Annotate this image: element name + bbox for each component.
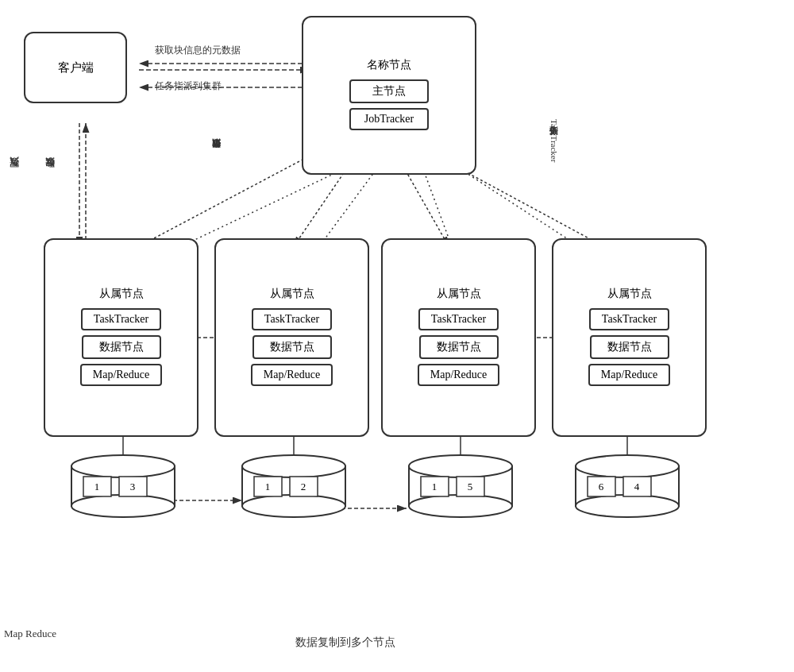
svg-text:1: 1 (432, 481, 437, 492)
slave4-title: 从属节点 (607, 287, 652, 301)
slave2-mapreduce: Map/Reduce (251, 364, 333, 386)
svg-text:2: 2 (301, 481, 306, 492)
svg-text:3: 3 (130, 481, 136, 492)
diagram: 客户端 名称节点 主节点 JobTracker 获取块信息的元数据 任务指派到集… (0, 0, 794, 672)
cylinder3: 1 5 (405, 454, 516, 518)
slave4-mapreduce: Map/Reduce (588, 364, 671, 386)
slave4-tasktracker: TaskTracker (589, 308, 669, 330)
slave3-mapreduce: Map/Reduce (418, 364, 500, 386)
svg-text:4: 4 (634, 481, 640, 492)
slave3-tasktracker: TaskTracker (418, 308, 499, 330)
slave3-datanode: 数据节点 (419, 335, 499, 359)
assign-cluster-label: 任务指派到集群 (155, 79, 222, 93)
slave2-title: 从属节点 (270, 287, 314, 301)
svg-point-33 (242, 495, 345, 517)
mapreduce-bottom-label: Map Reduce (4, 628, 56, 640)
slave1-datanode: 数据节点 (82, 335, 161, 359)
replicate-label: 数据复制到多个节点 (246, 635, 445, 650)
get-meta-label: 获取块信息的元数据 (155, 44, 241, 57)
svg-point-47 (576, 495, 679, 517)
client-box: 客户端 (24, 32, 127, 103)
cylinder4: 6 4 (572, 454, 683, 518)
cylinder1: 1 3 (67, 454, 179, 518)
slave4-box: 从属节点 TaskTracker 数据节点 Map/Reduce (552, 238, 707, 437)
slave4-datanode: 数据节点 (590, 335, 669, 359)
svg-point-40 (409, 495, 512, 517)
svg-text:6: 6 (599, 481, 604, 492)
namenode-title: 名称节点 (367, 58, 411, 72)
slave3-title: 从属节点 (437, 287, 481, 301)
svg-point-46 (576, 455, 679, 477)
slave3-box: 从属节点 TaskTracker 数据节点 Map/Reduce (381, 238, 536, 437)
slave1-box: 从属节点 TaskTracker 数据节点 Map/Reduce (44, 238, 198, 437)
master-box: 主节点 (349, 79, 429, 103)
svg-text:5: 5 (468, 481, 473, 492)
client-label: 客户端 (58, 60, 94, 75)
cylinder2: 1 2 (238, 454, 349, 518)
assign-tasktracker-label: 任务指派到TaskTracker (548, 119, 560, 162)
svg-point-32 (242, 455, 345, 477)
svg-point-39 (409, 455, 512, 477)
slave2-datanode: 数据节点 (252, 335, 332, 359)
jobtracker-box: JobTracker (349, 108, 429, 130)
namenode-box: 名称节点 主节点 JobTracker (302, 16, 476, 175)
slave2-tasktracker: TaskTracker (252, 308, 332, 330)
slave1-title: 从属节点 (99, 287, 144, 301)
svg-text:1: 1 (94, 481, 100, 492)
svg-text:1: 1 (265, 481, 271, 492)
svg-point-25 (71, 455, 175, 477)
svg-point-26 (71, 495, 175, 517)
slave1-tasktracker: TaskTracker (81, 308, 161, 330)
slave2-box: 从属节点 TaskTracker 数据节点 Map/Reduce (214, 238, 369, 437)
slave1-mapreduce: Map/Reduce (80, 364, 163, 386)
